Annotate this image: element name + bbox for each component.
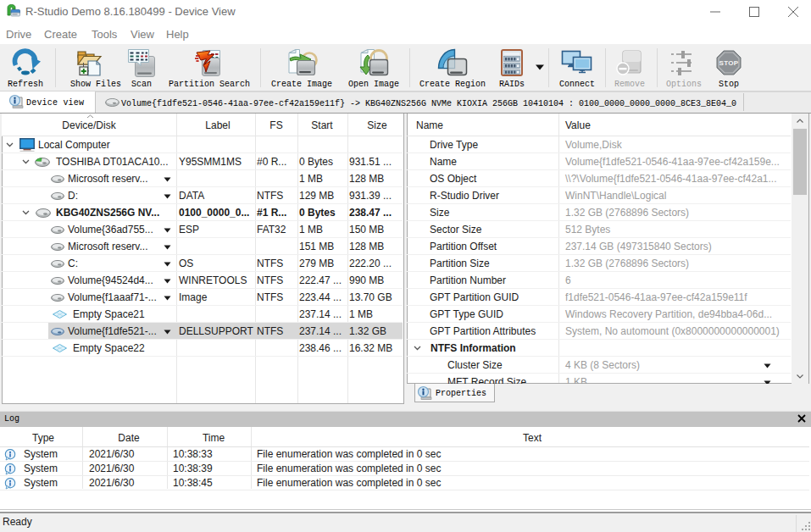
svg-text:STOP: STOP: [719, 59, 739, 67]
